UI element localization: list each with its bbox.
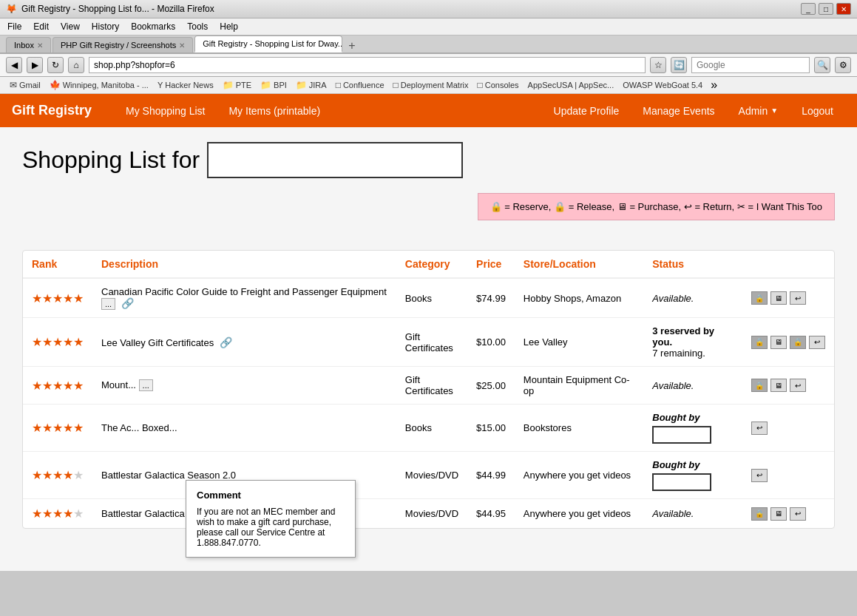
- rank-cell: ★★★★★: [23, 367, 92, 405]
- bm-jira[interactable]: 📁JIRA: [292, 78, 331, 92]
- price-cell: $44.99: [467, 452, 515, 499]
- ellipsis-button[interactable]: ...: [101, 298, 115, 310]
- return-button[interactable]: ↩: [790, 379, 806, 392]
- menu-tools[interactable]: Tools: [183, 20, 212, 33]
- menu-file[interactable]: File: [3, 20, 26, 33]
- ellipsis-button[interactable]: ...: [139, 379, 153, 391]
- bm-gmail[interactable]: ✉Gmail: [6, 78, 44, 92]
- item-category: GiftCertificates: [405, 331, 453, 353]
- bm-confluence[interactable]: □Confluence: [332, 78, 388, 92]
- menu-bar: File Edit View History Bookmarks Tools H…: [0, 18, 857, 35]
- purchase-button[interactable]: 🖥: [770, 379, 787, 392]
- bm-owasp[interactable]: OWASP WebGoat 5.4: [619, 79, 706, 91]
- action-icons: 🔒 🖥 ↩: [751, 291, 825, 305]
- nav-shopping-list[interactable]: My Shopping List: [114, 96, 217, 126]
- purchase-button[interactable]: 🖥: [770, 291, 787, 305]
- url-bar[interactable]: [89, 57, 646, 73]
- external-link-icon[interactable]: 🔗: [121, 297, 134, 309]
- home-button[interactable]: ⌂: [68, 57, 84, 73]
- menu-help[interactable]: Help: [215, 20, 243, 33]
- col-price: Price: [467, 251, 515, 278]
- tab-php-gift-close[interactable]: ✕: [179, 41, 185, 50]
- item-category: GiftCertificates: [405, 374, 453, 396]
- bm-deployment[interactable]: □Deployment Matrix: [390, 78, 472, 92]
- nav-items-printable[interactable]: My Items (printable): [217, 96, 332, 126]
- store-cell: Anywhere you get videos: [515, 452, 643, 499]
- minimize-button[interactable]: _: [801, 3, 816, 15]
- address-bar: ◀ ▶ ↻ ⌂ ☆ 🔄 🔍 ⚙: [0, 54, 857, 77]
- search-input[interactable]: [691, 57, 810, 73]
- maximize-button[interactable]: □: [819, 3, 833, 15]
- external-link-icon[interactable]: 🔗: [220, 336, 232, 348]
- reserve-button[interactable]: 🔒: [751, 291, 768, 305]
- return-button[interactable]: ↩: [751, 469, 768, 482]
- nav-logout[interactable]: Logout: [790, 96, 845, 126]
- forward-button[interactable]: ▶: [27, 57, 43, 73]
- nav-admin[interactable]: Admin ▼: [727, 96, 790, 126]
- folder-icon-pte: 📁: [223, 80, 234, 90]
- close-button[interactable]: ✕: [836, 3, 851, 15]
- action-icons: ↩: [751, 469, 825, 482]
- reload-button[interactable]: ↻: [47, 57, 64, 73]
- bookmarks-more[interactable]: »: [708, 78, 720, 92]
- settings-button[interactable]: ⚙: [835, 57, 851, 73]
- return-button[interactable]: ↩: [809, 336, 825, 349]
- menu-bookmarks[interactable]: Bookmarks: [126, 20, 180, 33]
- nav-update-profile[interactable]: Update Profile: [542, 96, 631, 126]
- item-price: $15.00: [476, 422, 506, 433]
- bm-appsecusa[interactable]: AppSecUSA | AppSec...: [524, 79, 618, 91]
- bookmark-button[interactable]: ☆: [650, 57, 666, 73]
- browser-favicon: 🦊: [6, 4, 17, 14]
- price-cell: $10.00: [467, 318, 515, 367]
- gift-table: Rank Description Category Price Store/Lo…: [22, 250, 835, 529]
- refresh-button[interactable]: 🔄: [671, 57, 687, 73]
- reserve-button[interactable]: 🔒: [751, 379, 768, 392]
- item-store: Anywhere you get videos: [524, 508, 631, 519]
- item-description: Battlestar Galactica Season 2.0: [101, 470, 236, 481]
- tab-inbox-close[interactable]: ✕: [37, 41, 43, 50]
- menu-history[interactable]: History: [87, 20, 123, 33]
- item-store: Bookstores: [524, 422, 572, 433]
- tab-php-gift[interactable]: PHP Gift Registry / Screenshots ✕: [52, 37, 193, 53]
- item-price: $74.99: [476, 293, 506, 304]
- table-row: ★★★★★ The Ac... Boxed... Books $15.00 Bo…: [23, 405, 834, 452]
- reserve-button[interactable]: 🔒: [751, 507, 768, 521]
- search-button[interactable]: 🔍: [814, 57, 830, 73]
- item-store: Anywhere you get videos: [524, 470, 631, 481]
- category-cell: GiftCertificates: [396, 318, 467, 367]
- rank-cell: ★★★★★: [23, 499, 92, 529]
- bm-bpi[interactable]: 📁BPI: [257, 78, 291, 92]
- leaf-icon: 🍁: [50, 80, 61, 90]
- bm-pte[interactable]: 📁PTE: [219, 78, 255, 92]
- page-title-area: Shopping List for: [22, 142, 835, 178]
- tab-inbox[interactable]: Inbox ✕: [6, 37, 51, 53]
- bm-hackernews[interactable]: YHacker News: [154, 79, 217, 91]
- col-category: Category: [396, 251, 467, 278]
- purchase-button[interactable]: 🖥: [770, 336, 787, 349]
- menu-view[interactable]: View: [56, 20, 84, 33]
- rank-cell: ★★★★★: [23, 405, 92, 452]
- category-cell: Books: [396, 278, 467, 318]
- bm-consoles[interactable]: □Consoles: [474, 78, 523, 92]
- purchase-button[interactable]: 🖥: [770, 507, 787, 521]
- price-cell: $44.95: [467, 499, 515, 529]
- return-button[interactable]: ↩: [790, 507, 806, 521]
- item-remaining: 7 remaining.: [652, 348, 705, 359]
- tab-php-gift-label: PHP Gift Registry / Screenshots: [61, 41, 176, 50]
- price-cell: $15.00: [467, 405, 515, 452]
- back-button[interactable]: ◀: [6, 57, 22, 73]
- nav-manage-events[interactable]: Manage Events: [631, 96, 726, 126]
- return-button[interactable]: ↩: [790, 291, 806, 305]
- rank-cell: ★★★★★: [23, 318, 92, 367]
- actions-cell: 🔒 🖥 ↩: [742, 499, 834, 529]
- tooltip-title: Comment: [197, 490, 345, 501]
- return-button[interactable]: ↩: [751, 422, 768, 435]
- hn-icon: Y: [157, 81, 163, 89]
- new-tab-button[interactable]: +: [344, 39, 359, 53]
- release-button[interactable]: 🔒: [790, 336, 806, 349]
- bm-winnipeg[interactable]: 🍁Winnipeg, Manitoba - ...: [46, 78, 152, 92]
- item-description: Lee Valley Gift Certificates: [101, 337, 214, 348]
- reserve-button[interactable]: 🔒: [751, 336, 768, 349]
- menu-edit[interactable]: Edit: [29, 20, 53, 33]
- tab-gift-registry[interactable]: Gift Registry - Shopping List for Dway..…: [194, 35, 342, 53]
